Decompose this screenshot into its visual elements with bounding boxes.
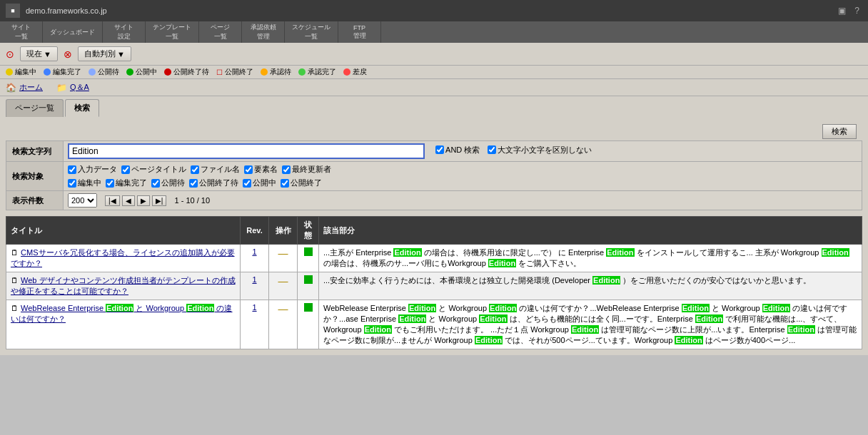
help-icon[interactable]: ? (852, 4, 862, 17)
target-label: 検索対象 (6, 162, 64, 191)
search-button-top[interactable]: 検索 (822, 124, 857, 139)
highlight: Edition (606, 248, 634, 257)
folder-icon: 📁 (56, 83, 67, 93)
next-page-btn[interactable]: ▶ (137, 195, 150, 206)
target-value-cell: 入力データ ページタイトル ファイル名 要素名 最終更新者 編集中 編集完了 公… (64, 162, 862, 191)
target-expired[interactable]: 公開終了 (281, 178, 322, 188)
legend-pending: 公開待 (89, 67, 119, 77)
time-button[interactable]: 現在 ▼ (20, 46, 58, 61)
breadcrumb-qa[interactable]: Q＆A (70, 82, 89, 93)
page-icon: 🗒 (11, 304, 19, 312)
legend-approval-done: 承認完了 (298, 67, 336, 77)
nav-tab-site-list[interactable]: サイト 一覧 (0, 21, 43, 43)
search-value-cell: AND 検索 大文字小文字を区別しない (64, 141, 862, 162)
row2-title-link[interactable]: Web デザイナやコンテンツ作成担当者がテンプレートの作成や修正をすることは可能… (11, 276, 236, 295)
stop-icon: ⊗ (64, 48, 72, 60)
window-icon[interactable]: ▣ (835, 4, 849, 17)
row3-rev-link[interactable]: 1 (252, 303, 256, 312)
legend-edit-complete: 編集完了 (44, 67, 81, 77)
tabs-row: ページ一覧 検索 (0, 96, 868, 117)
legend-rejected: 差戻 (343, 67, 367, 77)
approval-done-dot (298, 68, 306, 76)
target-expiring[interactable]: 公開終了待 (189, 178, 238, 188)
target-last-editor[interactable]: 最終更新者 (282, 164, 331, 175)
highlight: Edition (479, 314, 507, 323)
highlight: Edition (489, 304, 517, 312)
th-title: タイトル (6, 217, 241, 245)
row2-excerpt: ...安全に効率よく行うためには、本番環境とは独立した開発環境 (Develop… (319, 272, 862, 300)
nav-tab-template-list[interactable]: テンプレート 一覧 (146, 21, 199, 43)
legend-editing: 編集中 (6, 67, 36, 77)
target-input-data[interactable]: 入力データ (68, 164, 117, 175)
nav-tab-page-list[interactable]: ページ 一覧 (199, 21, 242, 43)
highlight: Edition (682, 304, 710, 312)
last-page-btn[interactable]: ▶| (152, 195, 167, 206)
count-value-cell: 200 50 100 |◀ ◀ ▶ ▶| 1 - 10 / 10 (64, 191, 862, 210)
highlight: Edition (106, 304, 133, 312)
first-page-btn[interactable]: |◀ (105, 195, 120, 206)
tab-search[interactable]: 検索 (65, 99, 99, 117)
count-select[interactable]: 200 50 100 (68, 193, 97, 208)
editing-dot (6, 68, 13, 76)
row3-excerpt: WebRelease Enterprise Edition と Workgrou… (319, 300, 862, 349)
row1-excerpt: ...主系が Enterprise Edition の場合は、待機系用途に限定し… (319, 245, 862, 272)
row1-rev-link[interactable]: 1 (252, 247, 256, 256)
approval-waiting-dot (261, 68, 268, 76)
case-sensitive-checkbox[interactable] (488, 145, 496, 154)
status-icon (304, 303, 313, 312)
nav-tab-ftp[interactable]: FTP 管理 (338, 21, 381, 43)
search-input[interactable] (68, 143, 425, 159)
target-element-name[interactable]: 要素名 (244, 164, 278, 175)
top-bar: ■ demo.frameworks.co.jp ▣ ? (0, 0, 868, 21)
target-editing[interactable]: 編集中 (68, 178, 101, 188)
row3-rev: 1 (241, 300, 269, 349)
count-label: 表示件数 (6, 191, 64, 210)
highlight: Edition (571, 325, 599, 334)
legend-bar: 編集中 編集完了 公開待 公開中 公開終了待 ☐ 公開終了 承認待 承認完了 差… (0, 66, 868, 79)
highlight: Edition (186, 304, 214, 312)
target-status-checkboxes: 編集中 編集完了 公開待 公開終了待 公開中 公開終了 (68, 178, 857, 188)
th-status: 状態 (298, 217, 319, 245)
row2-rev-link[interactable]: 1 (252, 275, 256, 284)
case-sensitive-label[interactable]: 大文字小文字を区別しない (488, 145, 592, 155)
nav-tab-dashboard[interactable]: ダッシュボード (43, 21, 103, 43)
and-search-label[interactable]: AND 検索 (435, 145, 480, 155)
row3-title-cell: 🗒 WebRelease Enterprise Edition と Workgr… (6, 300, 241, 349)
row3-ops: — (269, 300, 298, 349)
highlight: Edition (675, 336, 702, 344)
table-row: 🗒 WebRelease Enterprise Edition と Workgr… (6, 300, 862, 349)
row2-rev: 1 (241, 272, 269, 300)
nav-tab-site-settings[interactable]: サイト 設定 (103, 21, 146, 43)
row3-status (298, 300, 319, 349)
published-dot (126, 68, 133, 76)
row2-status (298, 272, 319, 300)
target-edit-complete[interactable]: 編集完了 (106, 178, 147, 188)
pagination-info: 1 - 10 / 10 (175, 196, 211, 205)
highlight: Edition (393, 248, 421, 257)
ops-icon: — (278, 303, 288, 314)
and-search-checkbox[interactable] (435, 145, 444, 154)
row3-title-link[interactable]: WebRelease Enterprise Edition と Workgrou… (11, 304, 233, 323)
legend-approval-waiting: 承認待 (261, 67, 291, 77)
app-logo: ■ (6, 4, 20, 18)
breadcrumb-home[interactable]: ホーム (19, 82, 43, 93)
status-icon (304, 247, 313, 256)
pending-dot (89, 68, 96, 76)
target-page-title[interactable]: ページタイトル (121, 164, 186, 175)
nav-tab-schedule[interactable]: スケジュール 一覧 (285, 21, 338, 43)
edit-complete-dot (44, 68, 51, 76)
highlight: Edition (488, 259, 516, 267)
target-filename[interactable]: ファイル名 (191, 164, 240, 175)
prev-page-btn[interactable]: ◀ (122, 195, 135, 206)
target-pending[interactable]: 公開待 (151, 178, 185, 188)
row2-title-cell: 🗒 Web デザイナやコンテンツ作成担当者がテンプレートの作成や修正をすることは… (6, 272, 241, 300)
row1-title-link[interactable]: CMSサーバを冗長化する場合、ライセンスの追加購入が必要ですか？ (11, 248, 235, 267)
highlight: Edition (398, 314, 426, 323)
tab-page-list[interactable]: ページ一覧 (6, 99, 64, 117)
nav-tab-approval[interactable]: 承認依頼 管理 (242, 21, 285, 43)
page-icon: 🗒 (11, 248, 19, 257)
ops-icon: — (278, 275, 288, 287)
highlight: Edition (475, 336, 503, 344)
auto-button[interactable]: 自動判別 ▼ (78, 46, 131, 61)
target-published[interactable]: 公開中 (243, 178, 276, 188)
